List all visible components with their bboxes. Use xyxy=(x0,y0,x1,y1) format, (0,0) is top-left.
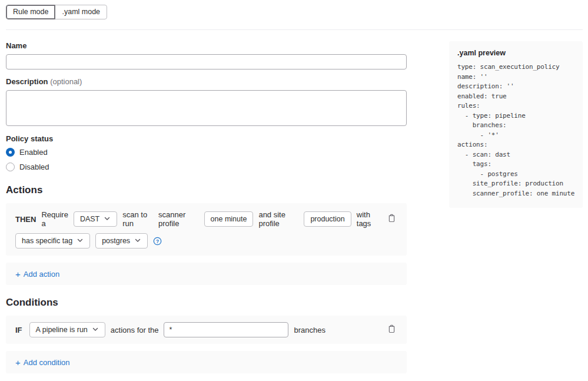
condition-rule-block: IF A pipeline is run actions for the bra… xyxy=(6,316,407,344)
branches-input[interactable] xyxy=(164,322,288,337)
policy-editor-page: Rule mode .yaml mode Name Description (o… xyxy=(0,0,588,381)
plus-icon: + xyxy=(15,358,21,367)
enabled-radio-label[interactable]: Enabled xyxy=(19,148,48,157)
and-site-profile-text: and site profile xyxy=(258,210,298,228)
delete-action-button[interactable] xyxy=(386,213,397,226)
chevron-down-icon xyxy=(92,326,99,334)
svg-text:?: ? xyxy=(156,238,159,244)
status-option-disabled: Disabled xyxy=(6,161,407,173)
add-condition-label: Add condition xyxy=(24,358,70,367)
if-keyword: IF xyxy=(15,326,22,334)
enabled-radio[interactable] xyxy=(6,148,15,157)
header-divider xyxy=(6,29,583,30)
chevron-down-icon xyxy=(77,237,84,246)
require-a-text: Require a xyxy=(41,210,68,228)
actions-heading: Actions xyxy=(6,184,407,196)
actions-for-the-text: actions for the xyxy=(111,326,159,334)
status-option-enabled: Enabled xyxy=(6,147,407,158)
name-input[interactable] xyxy=(6,54,407,69)
branches-text: branches xyxy=(294,326,325,334)
add-action-label: Add action xyxy=(24,270,59,279)
site-profile-button[interactable]: production xyxy=(304,211,351,227)
name-label: Name xyxy=(6,41,407,50)
rule-mode-button[interactable]: Rule mode xyxy=(6,5,55,19)
disabled-radio[interactable] xyxy=(6,163,15,171)
action-rule-row-1: THEN Require a DAST scan to run scanner … xyxy=(15,210,397,228)
scanner-profile-label: scanner profile xyxy=(158,210,199,228)
policy-form: Name Description (optional) Policy statu… xyxy=(6,41,407,381)
scan-type-dropdown[interactable]: DAST xyxy=(74,211,117,227)
condition-rule-row: IF A pipeline is run actions for the bra… xyxy=(15,322,397,337)
action-rule-row-2: has specific tag postgres ? xyxy=(15,233,397,249)
help-icon[interactable]: ? xyxy=(153,237,162,246)
yaml-preview-code: type: scan_execution_policy name: '' des… xyxy=(457,62,574,198)
delete-condition-button[interactable] xyxy=(386,323,397,336)
then-keyword: THEN xyxy=(15,215,36,224)
yaml-preview-title: .yaml preview xyxy=(457,49,574,57)
tag-mode-value: has specific tag xyxy=(22,237,72,245)
description-optional-text: (optional) xyxy=(50,77,82,86)
trash-icon xyxy=(387,214,396,224)
condition-type-value: A pipeline is run xyxy=(36,326,88,334)
tags-value: postgres xyxy=(102,237,130,245)
scan-to-run-text: scan to run xyxy=(122,210,153,228)
scan-type-value: DAST xyxy=(80,215,99,223)
policy-status-label: Policy status xyxy=(6,134,407,143)
add-condition-block: + Add condition xyxy=(6,351,407,373)
action-rule-block: THEN Require a DAST scan to run scanner … xyxy=(6,203,407,256)
condition-type-dropdown[interactable]: A pipeline is run xyxy=(29,322,105,337)
scanner-profile-button[interactable]: one minute xyxy=(204,211,254,227)
description-label: Description (optional) xyxy=(6,77,407,86)
add-action-link[interactable]: + Add action xyxy=(15,270,59,279)
with-tags-text: with tags xyxy=(357,210,381,228)
conditions-heading: Conditions xyxy=(6,297,407,309)
description-textarea[interactable] xyxy=(6,90,407,126)
chevron-down-icon xyxy=(104,215,111,224)
plus-icon: + xyxy=(15,270,21,279)
chevron-down-icon xyxy=(134,237,141,246)
tag-mode-dropdown[interactable]: has specific tag xyxy=(15,233,90,249)
yaml-preview-panel: .yaml preview type: scan_execution_polic… xyxy=(449,41,583,208)
disabled-radio-label[interactable]: Disabled xyxy=(19,163,49,171)
tags-dropdown[interactable]: postgres xyxy=(95,233,148,249)
add-action-block: + Add action xyxy=(6,263,407,285)
add-condition-link[interactable]: + Add condition xyxy=(15,358,70,367)
trash-icon xyxy=(387,324,396,335)
description-label-text: Description xyxy=(6,77,48,86)
yaml-mode-button[interactable]: .yaml mode xyxy=(55,5,107,19)
edit-mode-toggle: Rule mode .yaml mode xyxy=(6,5,107,19)
